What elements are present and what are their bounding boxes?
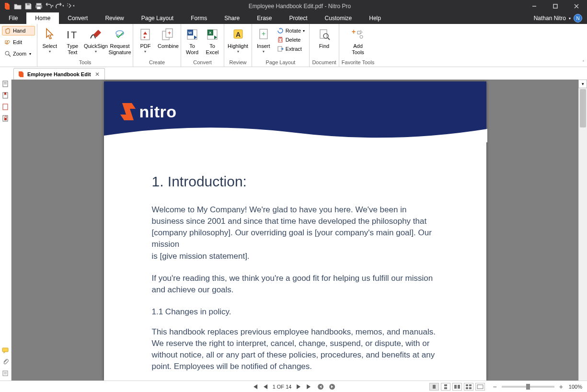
- zoom-in-button[interactable]: +: [559, 383, 563, 391]
- security-panel-icon[interactable]: [2, 115, 10, 123]
- ribbon-collapse-icon[interactable]: ˆ: [583, 60, 584, 66]
- right-panel-toggle[interactable]: ▾: [578, 80, 587, 88]
- brand-logo: nitro: [119, 102, 177, 121]
- undo-icon[interactable]: [44, 1, 55, 12]
- output-panel-icon[interactable]: [2, 370, 10, 378]
- minimize-button[interactable]: [524, 0, 545, 12]
- doc-heading: 1. Introduction:: [152, 173, 438, 190]
- rotate-button[interactable]: Rotate ▾: [275, 27, 307, 35]
- last-page-button[interactable]: [306, 384, 312, 390]
- ribbon: Hand Edit Zoom ▾ Select▾: [0, 24, 587, 67]
- menu-home[interactable]: Home: [26, 12, 59, 24]
- svg-text:I: I: [67, 29, 69, 41]
- svg-rect-42: [4, 118, 7, 120]
- edit-tool-button[interactable]: Edit: [2, 37, 35, 47]
- delete-button[interactable]: Delete: [275, 36, 307, 44]
- type-text-button[interactable]: IT Type Text: [61, 25, 84, 57]
- page-indicator[interactable]: 1 OF 14: [273, 384, 292, 390]
- menu-share[interactable]: Share: [216, 12, 248, 24]
- menu-file[interactable]: File: [0, 12, 26, 24]
- zoom-slider[interactable]: [502, 386, 554, 388]
- view-single-button[interactable]: [429, 383, 439, 391]
- svg-rect-55: [469, 384, 472, 386]
- user-dropdown-caret[interactable]: ▾: [569, 16, 571, 21]
- extract-button[interactable]: Extract: [275, 45, 307, 53]
- save-icon[interactable]: [23, 1, 34, 12]
- view-facing-button[interactable]: [452, 383, 462, 391]
- find-button[interactable]: Find: [311, 25, 338, 51]
- menubar: File Home Convert Review Page Layout For…: [0, 12, 587, 24]
- svg-text:A: A: [236, 31, 241, 38]
- menu-pagelayout[interactable]: Page Layout: [133, 12, 182, 24]
- maximize-button[interactable]: [545, 0, 566, 12]
- zoom-out-button[interactable]: −: [493, 383, 496, 391]
- svg-text:+: +: [168, 30, 171, 36]
- pdf-page: nitro 1. Introduction: Welcome to My Com…: [104, 81, 486, 380]
- titlebar: Employee Handbook Edit.pdf - Nitro Pro: [0, 0, 587, 12]
- user-name[interactable]: Nathan Nitro: [534, 15, 566, 22]
- request-signature-button[interactable]: Request Signature: [108, 25, 132, 57]
- menu-forms[interactable]: Forms: [182, 12, 216, 24]
- bookmarks-panel-icon[interactable]: [2, 92, 10, 100]
- doc-tab-close-icon[interactable]: ✕: [94, 71, 101, 78]
- left-panel-rail: [0, 80, 12, 380]
- svg-rect-57: [469, 387, 472, 389]
- doc-tab[interactable]: Employee Handbook Edit ✕: [13, 68, 105, 80]
- menu-protect[interactable]: Protect: [281, 12, 316, 24]
- prev-view-button[interactable]: [317, 383, 324, 390]
- doc-paragraph: If you're reading this, we think you're …: [152, 273, 438, 296]
- to-word-button[interactable]: W To Word: [182, 25, 202, 57]
- combine-button[interactable]: + Combine: [157, 25, 180, 51]
- next-page-button[interactable]: [296, 384, 301, 390]
- svg-rect-1: [36, 3, 41, 5]
- vertical-scrollbar[interactable]: [578, 88, 587, 380]
- prev-page-button[interactable]: [263, 384, 268, 390]
- document-viewport[interactable]: nitro 1. Introduction: Welcome to My Com…: [12, 80, 578, 380]
- zoom-tool-button[interactable]: Zoom ▾: [2, 49, 35, 58]
- view-continuous-button[interactable]: [441, 383, 450, 391]
- svg-line-33: [328, 38, 330, 40]
- attachments-panel-icon[interactable]: [2, 358, 10, 366]
- view-fullscreen-button[interactable]: [475, 383, 485, 391]
- svg-rect-44: [3, 371, 8, 376]
- menu-erase[interactable]: Erase: [248, 12, 280, 24]
- select-button[interactable]: Select▾: [38, 25, 61, 56]
- to-excel-button[interactable]: X To Excel: [202, 25, 222, 57]
- doc-tab-icon: [18, 71, 24, 78]
- open-icon[interactable]: [12, 1, 23, 12]
- user-avatar[interactable]: N: [574, 14, 582, 23]
- group-convert-label: Convert: [182, 58, 223, 67]
- signatures-panel-icon[interactable]: [2, 104, 10, 111]
- doc-paragraph: Welcome to My Company! We're glad to hav…: [152, 204, 438, 262]
- zoom-slider-handle[interactable]: [526, 384, 530, 390]
- redo-icon[interactable]: [55, 1, 65, 12]
- menu-convert[interactable]: Convert: [59, 12, 96, 24]
- menu-review[interactable]: Review: [96, 12, 132, 24]
- comments-panel-icon[interactable]: [2, 347, 10, 355]
- view-facing-continuous-button[interactable]: [464, 383, 473, 391]
- doc-tab-label: Employee Handbook Edit: [27, 71, 91, 77]
- pdf-button[interactable]: ✱ PDF▾: [134, 25, 157, 56]
- pages-panel-icon[interactable]: [2, 81, 10, 88]
- insert-button[interactable]: + Insert▾: [253, 25, 274, 58]
- highlight-button[interactable]: A Highlight▾: [225, 25, 251, 56]
- first-page-button[interactable]: [252, 384, 258, 390]
- add-tools-button[interactable]: + Add Tools: [340, 25, 376, 57]
- next-view-button[interactable]: [329, 383, 335, 390]
- zoom-percent[interactable]: 100%: [569, 384, 582, 390]
- svg-rect-26: [278, 38, 282, 42]
- menu-help[interactable]: Help: [360, 12, 390, 24]
- svg-rect-3: [37, 7, 41, 9]
- svg-text:✱: ✱: [143, 36, 146, 39]
- svg-rect-49: [433, 385, 436, 389]
- close-button[interactable]: [566, 0, 587, 12]
- scrollbar-thumb[interactable]: [580, 89, 586, 127]
- quicksign-button[interactable]: QuickSign▾: [84, 25, 108, 56]
- qat-customize-icon[interactable]: [65, 1, 76, 12]
- svg-text:X: X: [209, 31, 212, 35]
- hand-tool-button[interactable]: Hand: [2, 26, 35, 35]
- svg-rect-40: [3, 104, 8, 110]
- print-icon[interactable]: [34, 1, 44, 12]
- menu-customize[interactable]: Customize: [316, 12, 361, 24]
- group-review-label: Review: [225, 58, 251, 67]
